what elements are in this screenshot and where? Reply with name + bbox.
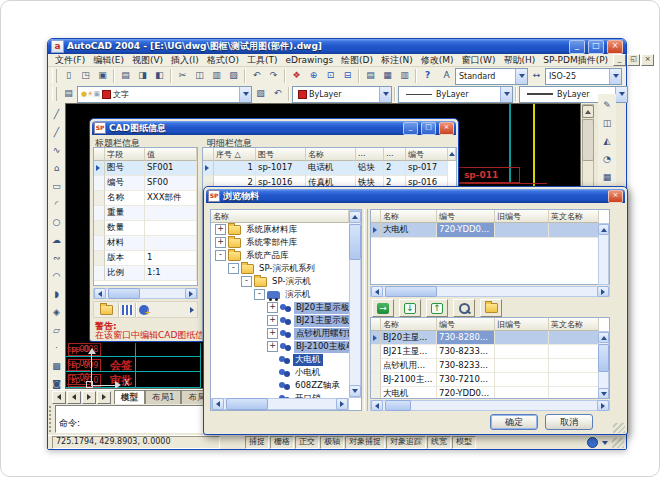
menu-view[interactable]: 视图(V) xyxy=(128,54,167,67)
open-icon[interactable]: ◳ xyxy=(77,68,94,84)
transfer-icon[interactable]: → xyxy=(372,299,394,317)
publish-icon[interactable]: ◧ xyxy=(151,68,168,84)
revcloud-icon[interactable]: ☁ xyxy=(48,233,65,249)
offset-icon[interactable]: ◔ xyxy=(599,152,616,168)
titleblock-grid-hscrollbar[interactable] xyxy=(93,288,198,299)
mdi-restore-button[interactable]: ◱ xyxy=(627,54,640,66)
scroll-right-icon[interactable] xyxy=(597,400,609,411)
column-header[interactable]: 名称 xyxy=(381,210,437,223)
column-header[interactable]: 英文名称 xyxy=(549,210,599,223)
move-up-icon[interactable]: ↑ xyxy=(426,299,448,317)
move-down-icon[interactable]: ↓ xyxy=(399,299,421,317)
point-icon[interactable]: · xyxy=(48,341,65,357)
ellipse-arc-icon[interactable]: ◗ xyxy=(48,287,65,303)
redo-icon[interactable]: ↷ xyxy=(265,68,282,84)
scroll-left-icon[interactable] xyxy=(371,400,383,411)
plot-preview-icon[interactable]: ◨ xyxy=(134,68,151,84)
match-properties-icon[interactable]: ▨ xyxy=(225,68,242,84)
scroll-right-icon[interactable] xyxy=(185,288,197,299)
list-hscrollbar[interactable] xyxy=(370,400,610,411)
chevron-down-icon[interactable] xyxy=(379,87,391,102)
designcenter-icon[interactable]: ▦ xyxy=(379,68,396,84)
scrollbar-thumb[interactable] xyxy=(108,288,140,299)
communication-center-icon[interactable] xyxy=(587,437,598,448)
column-header[interactable]: 字段 xyxy=(105,148,145,161)
copy-icon[interactable]: ◫ xyxy=(191,68,208,84)
tree-item[interactable]: +BJ20主显示板 xyxy=(211,301,349,314)
ellipse-icon[interactable]: ◠ xyxy=(48,269,65,285)
tree-item[interactable]: 大电机 xyxy=(211,353,349,366)
table-row[interactable]: 图号SF001 xyxy=(94,161,197,176)
tab-prev-icon[interactable] xyxy=(67,391,81,404)
array-icon[interactable]: ▦ xyxy=(599,170,616,186)
menu-window[interactable]: 窗口(W) xyxy=(458,54,500,67)
tab-next-icon[interactable] xyxy=(82,391,96,404)
undo-icon[interactable]: ↶ xyxy=(248,68,265,84)
scrollbar-thumb[interactable] xyxy=(582,119,594,161)
menu-insert[interactable]: 插入(I) xyxy=(167,54,203,67)
layer-combo[interactable]: ● ☀ ▣ 文字 xyxy=(77,86,252,103)
chevron-down-icon[interactable] xyxy=(500,87,512,102)
zoom-previous-icon[interactable]: ⊟ xyxy=(339,68,356,84)
snap-toggle[interactable]: 捕捉 xyxy=(245,436,269,449)
tree-item[interactable]: +BJ21主显示板 xyxy=(211,314,349,327)
linetype-combo[interactable]: ByLayer xyxy=(398,86,513,103)
make-block-icon[interactable]: ▱ xyxy=(48,323,65,339)
chevron-down-icon[interactable] xyxy=(615,87,627,102)
scroll-right-icon[interactable] xyxy=(597,286,609,297)
chevron-down-icon[interactable] xyxy=(515,69,527,84)
table-row[interactable]: 点钞机用... 730-8233... xyxy=(371,359,609,373)
dim-style-combo[interactable]: ISO-25 xyxy=(545,68,622,85)
column-header[interactable]: 编号 xyxy=(437,318,495,331)
tool-palettes-icon[interactable]: ▥ xyxy=(396,68,413,84)
column-header[interactable]: 编号 xyxy=(437,210,495,223)
cad-info-dialog-titlebar[interactable]: SP CAD图纸信息 _ □ × xyxy=(92,121,456,135)
status-menu-icon[interactable] xyxy=(602,441,608,445)
tab-model[interactable]: 模型 xyxy=(114,390,145,404)
ortho-toggle[interactable]: 正交 xyxy=(295,436,319,449)
paste-icon[interactable]: ▥ xyxy=(208,68,225,84)
menu-tools[interactable]: 工具(T) xyxy=(243,54,282,67)
properties-icon[interactable]: ▤ xyxy=(362,68,379,84)
overflow-chevron-icon[interactable] xyxy=(190,307,194,313)
tree-item[interactable]: 小电机 xyxy=(211,366,349,379)
chevron-down-icon[interactable] xyxy=(609,69,621,84)
add-settings-icon[interactable]: + xyxy=(139,305,149,315)
zoom-realtime-icon[interactable]: ⊕ xyxy=(305,68,322,84)
layer-previous-icon[interactable]: ↶ xyxy=(269,86,286,102)
tree-item[interactable]: +点钞机用螺钉部件 xyxy=(211,327,349,340)
scrollbar-thumb[interactable] xyxy=(385,400,411,411)
scroll-right-icon[interactable] xyxy=(336,398,348,410)
open-folder-icon[interactable] xyxy=(100,305,113,315)
dialog-maximize-button[interactable]: □ xyxy=(421,122,436,135)
command-grip[interactable] xyxy=(49,406,53,432)
tree-item[interactable]: -SP-演示机系列 xyxy=(211,262,349,275)
menu-dimension[interactable]: 标注(N) xyxy=(377,54,417,67)
scroll-left-icon[interactable] xyxy=(212,398,224,410)
spline-icon[interactable]: ∾ xyxy=(48,251,65,267)
tab-layout1[interactable]: 布局1 xyxy=(145,390,181,404)
tree-hscrollbar[interactable] xyxy=(211,398,349,410)
dialog-resize-grip[interactable] xyxy=(613,423,625,433)
polar-toggle[interactable]: 极轴 xyxy=(320,436,344,449)
pan-icon[interactable]: ❖ xyxy=(288,68,305,84)
scroll-up-icon[interactable] xyxy=(582,105,594,118)
table-row[interactable]: BJ21主显... 730-8233... xyxy=(371,345,609,359)
plot-icon[interactable]: ▤ xyxy=(117,68,134,84)
scroll-down-icon[interactable] xyxy=(349,385,361,397)
table-row[interactable]: 比例1:1 xyxy=(94,266,197,281)
scroll-up-icon[interactable] xyxy=(598,332,609,343)
table-row[interactable]: 数量 xyxy=(94,221,197,236)
column-header[interactable]: ... xyxy=(356,148,384,161)
zoom-window-icon[interactable]: ⊡ xyxy=(322,68,339,84)
browse-dialog-titlebar[interactable]: SP 浏览物料 × xyxy=(206,189,625,203)
line-icon[interactable]: ╱ xyxy=(48,107,65,123)
panel-divider[interactable] xyxy=(364,209,368,411)
make-object-layer-icon[interactable]: ▧ xyxy=(252,86,269,102)
menu-draw[interactable]: 绘图(D) xyxy=(337,54,377,67)
circle-icon[interactable]: ○ xyxy=(48,215,65,231)
scroll-up-icon[interactable] xyxy=(449,152,455,156)
minimize-button[interactable]: _ xyxy=(569,40,585,54)
scroll-up-icon[interactable] xyxy=(349,211,361,223)
polyline-icon[interactable]: ∿ xyxy=(48,143,65,159)
